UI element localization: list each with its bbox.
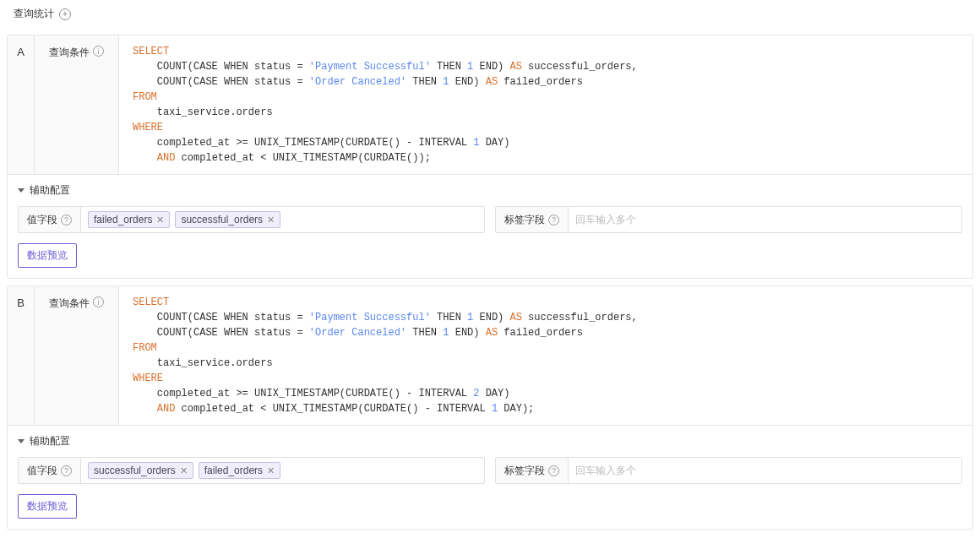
fields-row: 值字段 ? failed_orders ✕ successful_orders … [8,206,972,243]
info-icon[interactable]: i [93,296,104,307]
tag-field-label: 标签字段 ? [496,207,569,232]
value-tag: successful_orders ✕ [88,462,193,479]
page-title: 查询统计 [14,7,54,21]
close-icon[interactable]: ✕ [156,215,164,226]
tag-field-input[interactable] [569,207,961,232]
close-icon[interactable]: ✕ [267,465,275,476]
aux-config-toggle[interactable]: 辅助配置 [8,175,972,206]
query-row: B 查询条件 i SELECT COUNT(CASE WHEN status =… [8,286,972,426]
query-letter: B [8,286,35,425]
value-tags-area[interactable]: successful_orders ✕ failed_orders ✕ [81,458,484,483]
query-panel: A 查询条件 i SELECT COUNT(CASE WHEN status =… [7,35,973,279]
tag-text: failed_orders [204,465,263,476]
close-icon[interactable]: ✕ [180,465,188,476]
value-tags-area[interactable]: failed_orders ✕ successful_orders ✕ [81,207,484,232]
query-condition-label: 查询条件 i [35,286,119,425]
page-header: 查询统计 + [0,0,980,28]
tag-text: successful_orders [94,465,176,476]
info-icon[interactable]: ? [548,465,559,476]
chevron-down-icon [18,188,24,193]
data-preview-button[interactable]: 数据预览 [18,494,77,519]
query-letter: A [8,35,35,174]
info-icon[interactable]: ? [61,465,72,476]
query-panel: B 查询条件 i SELECT COUNT(CASE WHEN status =… [7,285,973,530]
tag-field-group: 标签字段 ? [495,457,962,484]
tag-field-label: 标签字段 ? [496,458,569,483]
cond-label-text: 查询条件 [49,46,90,60]
info-icon[interactable]: ? [61,215,72,226]
sql-editor[interactable]: SELECT COUNT(CASE WHEN status = 'Payment… [119,35,972,174]
value-field-group: 值字段 ? failed_orders ✕ successful_orders … [18,206,485,233]
aux-config-label: 辅助配置 [30,183,70,198]
value-field-group: 值字段 ? successful_orders ✕ failed_orders … [18,457,485,484]
info-icon[interactable]: ? [548,215,559,226]
value-tag: successful_orders ✕ [175,211,280,228]
tag-text: failed_orders [94,214,152,226]
value-field-label: 值字段 ? [19,207,81,232]
aux-config-label: 辅助配置 [30,434,70,449]
fields-row: 值字段 ? successful_orders ✕ failed_orders … [8,457,972,494]
aux-config-toggle[interactable]: 辅助配置 [8,426,972,457]
query-row: A 查询条件 i SELECT COUNT(CASE WHEN status =… [8,35,972,175]
tag-field-group: 标签字段 ? [495,206,962,233]
cond-label-text: 查询条件 [49,296,90,311]
chevron-down-icon [18,439,24,443]
value-field-label: 值字段 ? [19,458,81,483]
value-tag: failed_orders ✕ [199,462,280,479]
close-icon[interactable]: ✕ [267,215,275,226]
info-icon[interactable]: i [93,46,104,57]
add-query-icon[interactable]: + [59,8,71,20]
sql-editor[interactable]: SELECT COUNT(CASE WHEN status = 'Payment… [119,286,972,425]
query-condition-label: 查询条件 i [35,35,119,174]
data-preview-button[interactable]: 数据预览 [18,243,77,268]
tag-text: successful_orders [181,214,263,226]
value-tag: failed_orders ✕ [88,211,170,228]
tag-field-input[interactable] [569,458,961,483]
